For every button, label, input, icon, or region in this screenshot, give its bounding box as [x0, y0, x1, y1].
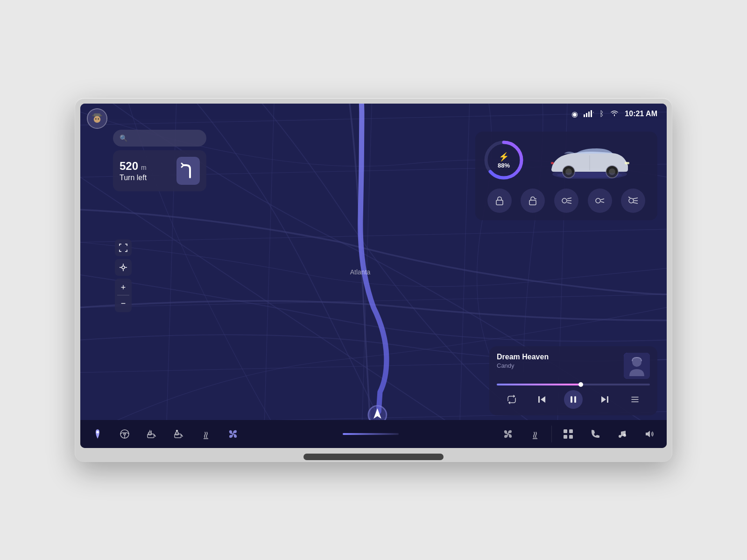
wifi-icon: [610, 109, 619, 119]
climate-slider[interactable]: [343, 433, 399, 435]
svg-point-39: [557, 172, 622, 178]
car-image-area: [529, 139, 650, 181]
play-pause-button[interactable]: [564, 390, 583, 409]
status-bar: ◉ 4G ᛒ: [80, 104, 667, 124]
status-icons: ◉ 4G ᛒ: [571, 109, 657, 119]
svg-rect-15: [588, 112, 590, 117]
svg-line-51: [633, 198, 638, 199]
nav-info: 520 m Turn left: [120, 160, 147, 182]
svg-point-55: [632, 357, 641, 367]
album-art: [624, 353, 650, 379]
svg-rect-80: [564, 429, 567, 433]
nav-button-fan-right[interactable]: [495, 423, 521, 445]
svg-rect-16: [591, 110, 592, 117]
nav-button-map[interactable]: [85, 423, 110, 445]
distance-unit: m: [141, 164, 147, 171]
svg-rect-72: [176, 432, 178, 435]
svg-line-53: [628, 197, 630, 198]
map-controls: + −: [115, 239, 132, 312]
music-progress-dot: [578, 382, 583, 387]
svg-rect-57: [571, 396, 572, 403]
svg-point-49: [629, 198, 634, 203]
svg-point-42: [562, 198, 567, 203]
lights-dim-button[interactable]: [588, 189, 612, 213]
svg-text:4G: 4G: [593, 111, 594, 114]
svg-rect-56: [538, 396, 540, 403]
user-avatar[interactable]: [87, 108, 107, 129]
music-subtitle: Candy: [497, 362, 624, 369]
climate-slider-area[interactable]: [247, 433, 493, 435]
bottom-nav: [80, 420, 667, 448]
battery-bolt-icon: ⚡: [499, 152, 509, 162]
unlock-button[interactable]: [521, 189, 545, 213]
prev-button[interactable]: [534, 391, 550, 408]
nav-distance: 520 m: [120, 160, 147, 173]
svg-line-52: [633, 203, 638, 203]
svg-point-22: [95, 119, 97, 120]
nav-button-steering[interactable]: [112, 423, 137, 445]
car-panel-top: ⚡ 88%: [483, 139, 650, 181]
nav-separator: [551, 426, 552, 442]
svg-point-78: [507, 433, 509, 435]
svg-line-47: [601, 199, 604, 200]
bottom-nav-left: [85, 423, 548, 445]
zoom-controls[interactable]: + −: [115, 279, 132, 312]
battery-center: ⚡ 88%: [498, 152, 510, 169]
svg-rect-13: [584, 114, 585, 117]
music-controls: [497, 390, 650, 409]
zoom-in-icon[interactable]: +: [121, 283, 126, 292]
svg-rect-41: [529, 200, 536, 205]
svg-rect-81: [569, 429, 573, 433]
nav-button-seat-heat-1[interactable]: [139, 423, 164, 445]
car-controls: [483, 189, 650, 213]
playlist-button[interactable]: [627, 391, 643, 408]
svg-rect-37: [551, 162, 554, 164]
svg-rect-59: [607, 396, 608, 403]
camera-icon: ◉: [571, 110, 578, 119]
nav-button-volume[interactable]: [637, 423, 662, 445]
svg-point-65: [124, 433, 126, 435]
svg-rect-40: [496, 200, 503, 205]
search-icon: 🔍: [120, 134, 127, 142]
city-label-atlanta: Atlanta: [350, 268, 371, 276]
music-title: Dream Heaven: [497, 353, 624, 361]
nav-button-music[interactable]: [610, 423, 635, 445]
lock-button[interactable]: [487, 189, 512, 213]
search-bar[interactable]: 🔍: [113, 130, 206, 147]
nav-button-apps[interactable]: [556, 423, 581, 445]
fog-lights-button[interactable]: [621, 189, 645, 213]
svg-rect-58: [574, 396, 576, 403]
svg-rect-36: [625, 162, 629, 164]
music-top: Dream Heaven Candy: [497, 353, 650, 379]
location-button[interactable]: [115, 259, 132, 276]
svg-point-23: [98, 119, 99, 120]
device-bottom-bar: [303, 454, 444, 460]
nav-button-seat-cool-1[interactable]: [166, 423, 191, 445]
zoom-out-icon[interactable]: −: [121, 299, 126, 308]
svg-point-85: [623, 434, 626, 437]
headlights-button[interactable]: [554, 189, 578, 213]
nav-button-heat-right[interactable]: [522, 423, 548, 445]
nav-button-fan-left[interactable]: [220, 423, 246, 445]
svg-rect-83: [569, 435, 573, 439]
nav-arrow: [176, 157, 200, 185]
next-button[interactable]: [596, 391, 613, 408]
svg-rect-20: [94, 113, 101, 116]
music-info: Dream Heaven Candy: [497, 353, 624, 369]
repeat-button[interactable]: [503, 391, 520, 408]
music-progress-bar[interactable]: [497, 384, 650, 385]
svg-rect-14: [586, 113, 587, 117]
distance-number: 520: [120, 160, 138, 173]
fullscreen-button[interactable]: [115, 239, 132, 256]
svg-line-45: [567, 203, 571, 203]
navigation-card: 520 m Turn left: [113, 150, 206, 191]
nav-button-phone[interactable]: [583, 423, 608, 445]
screen: Atlanta ◉ 4G ᛒ: [80, 104, 667, 448]
nav-button-heat-left[interactable]: [193, 423, 218, 445]
svg-point-84: [619, 435, 621, 438]
battery-circle: ⚡ 88%: [483, 139, 525, 181]
music-panel: Dream Heaven Candy: [489, 346, 657, 415]
svg-rect-68: [148, 432, 151, 435]
svg-line-48: [601, 202, 604, 203]
bottom-nav-right: [556, 423, 662, 445]
